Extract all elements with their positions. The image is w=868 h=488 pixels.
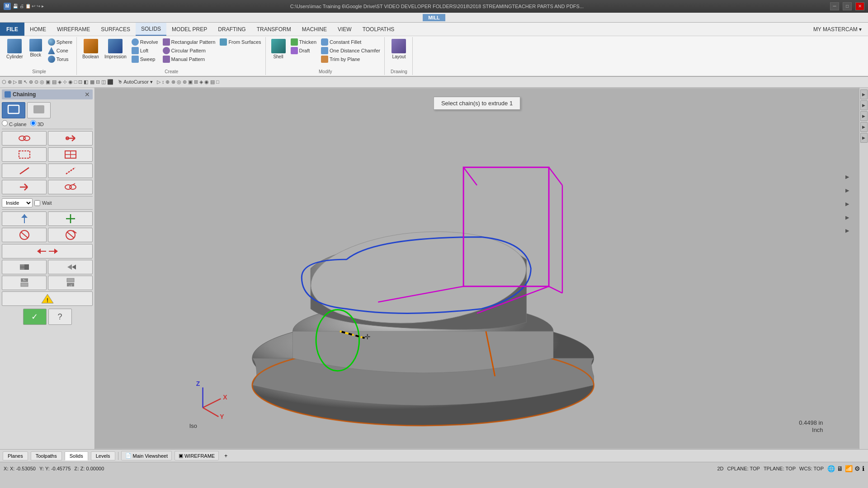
ribbon-btn-impression[interactable]: Impression bbox=[103, 38, 128, 60]
warning-btn[interactable]: ! bbox=[2, 291, 93, 306]
add-btn[interactable] bbox=[48, 211, 93, 226]
ribbon-sub-torus[interactable]: Torus bbox=[47, 55, 74, 63]
ribbon-btn-layout[interactable]: Layout bbox=[390, 38, 408, 60]
ribbon-sub-manual-pattern[interactable]: Manual Pattern bbox=[161, 55, 217, 63]
ribbon-sub-const-fillet[interactable]: Constant Fillet bbox=[320, 38, 382, 46]
reverse-btn[interactable] bbox=[2, 244, 93, 258]
ribbon-sub-rect-pattern[interactable]: Rectangular Pattern bbox=[161, 38, 217, 46]
chain-opt-btn-1[interactable] bbox=[2, 131, 47, 145]
ribbon-sub-from-surfaces[interactable]: From Surfaces bbox=[218, 38, 262, 46]
menu-surfaces[interactable]: SURFACES bbox=[95, 23, 136, 36]
right-btn-4[interactable]: ▶ bbox=[860, 122, 868, 132]
ribbon-sub-circ-pattern[interactable]: Circular Pattern bbox=[161, 47, 217, 55]
ribbon-sub-create3: From Surfaces bbox=[218, 38, 262, 46]
cplane-radio-label[interactable]: C-plane bbox=[2, 120, 27, 127]
svg-text:Y: Y bbox=[220, 413, 224, 420]
create-group-label: Create bbox=[165, 69, 178, 74]
action-grid-2 bbox=[2, 228, 93, 242]
ribbon-btn-shell[interactable]: Shell bbox=[269, 38, 288, 60]
view-tab-main[interactable]: 📄 Main Viewsheet bbox=[121, 451, 172, 460]
window-controls[interactable]: ─ □ ✕ bbox=[830, 2, 864, 10]
boolean-icon bbox=[84, 39, 98, 53]
mastercam-label[interactable]: MY MASTERCAM ▾ bbox=[807, 26, 868, 33]
help-button[interactable]: ? bbox=[48, 309, 72, 325]
autocursor-label: 🖰 AutoCursor ▾ bbox=[118, 79, 153, 85]
ribbon-group-modify-inner: Shell Thicken Draft Constant Fillet bbox=[269, 38, 382, 68]
monitor-icon[interactable]: 🖥 bbox=[837, 465, 843, 472]
info-icon[interactable]: ℹ bbox=[862, 465, 864, 472]
3d-radio-label[interactable]: 3D bbox=[30, 120, 44, 127]
y-value: Y: -0.45775 bbox=[45, 466, 71, 471]
select-all-btn[interactable] bbox=[2, 211, 47, 226]
settings-icon[interactable]: ⚙ bbox=[854, 465, 860, 472]
menu-toolpaths[interactable]: TOOLPATHS bbox=[357, 23, 400, 36]
chain-opt-btn-8[interactable] bbox=[48, 180, 93, 194]
ribbon-btn-cylinder[interactable]: Cylinder bbox=[5, 38, 25, 60]
align-top-btn[interactable]: T⌐ bbox=[2, 276, 47, 290]
close-button[interactable]: ✕ bbox=[855, 2, 864, 10]
right-btn-3[interactable]: ▶ bbox=[860, 111, 868, 121]
menu-file[interactable]: FILE bbox=[0, 23, 24, 36]
menu-modelprep[interactable]: MODEL PREP bbox=[166, 23, 212, 36]
main-area: Chaining ✕ bbox=[0, 88, 868, 449]
menu-view[interactable]: VIEW bbox=[332, 23, 357, 36]
chain-opt-btn-7[interactable] bbox=[2, 180, 47, 194]
chain-opt-btn-2[interactable] bbox=[48, 131, 93, 145]
tab-levels[interactable]: Levels bbox=[91, 451, 115, 460]
maximize-button[interactable]: □ bbox=[843, 2, 852, 10]
ok-button[interactable]: ✓ bbox=[23, 309, 47, 325]
menu-wireframe[interactable]: WIREFRAME bbox=[52, 23, 95, 36]
chain-mode-btn-2[interactable] bbox=[27, 102, 51, 118]
right-btn-1[interactable]: ▶ bbox=[860, 89, 868, 99]
ribbon-sub-revolve[interactable]: Revolve bbox=[130, 38, 160, 46]
tab-planes[interactable]: Planes bbox=[3, 451, 28, 460]
divider-1 bbox=[2, 129, 93, 129]
align-bottom-btn[interactable]: ⌐T bbox=[48, 276, 93, 290]
circ-pattern-icon bbox=[163, 47, 170, 54]
ribbon-btn-block[interactable]: Block bbox=[27, 38, 45, 58]
network-icon[interactable]: 📶 bbox=[845, 465, 853, 472]
menu-machine[interactable]: MACHINE bbox=[297, 23, 332, 36]
tab-toolpaths[interactable]: Toolpaths bbox=[31, 451, 62, 460]
ribbon-sub-draft[interactable]: Draft bbox=[289, 47, 318, 55]
right-btn-5[interactable]: ▶ bbox=[860, 133, 868, 143]
ribbon-sub-loft[interactable]: Loft bbox=[130, 47, 160, 55]
cplane-radio[interactable] bbox=[2, 120, 8, 126]
ribbon-sub-cone[interactable]: Cone bbox=[47, 47, 74, 55]
3d-radio[interactable] bbox=[30, 120, 36, 126]
ribbon-sub-sweep[interactable]: Sweep bbox=[130, 55, 160, 63]
ribbon-sub-chamfer[interactable]: One Distance Chamfer bbox=[320, 47, 382, 55]
cone-small-icon bbox=[48, 47, 55, 54]
move-left-btn[interactable] bbox=[2, 260, 47, 274]
minimize-button[interactable]: ─ bbox=[830, 2, 839, 10]
ribbon-sub-thicken[interactable]: Thicken bbox=[289, 38, 318, 46]
chain-opt-btn-6[interactable] bbox=[48, 164, 93, 178]
manual-pattern-icon bbox=[163, 56, 170, 63]
add-view-btn[interactable]: + bbox=[222, 451, 230, 460]
svg-text:▶: ▶ bbox=[845, 188, 849, 193]
menu-solids[interactable]: SOLIDS bbox=[136, 23, 166, 36]
inside-select[interactable]: Inside Outside bbox=[2, 198, 33, 207]
remove-btn[interactable] bbox=[2, 228, 47, 242]
chain-mode-btn-1[interactable] bbox=[2, 102, 25, 118]
right-btn-2[interactable]: ▶ bbox=[860, 100, 868, 110]
panel-close-button[interactable]: ✕ bbox=[85, 91, 90, 98]
move-right-btn[interactable] bbox=[48, 260, 93, 274]
globe-icon[interactable]: 🌐 bbox=[827, 465, 835, 472]
tab-solids[interactable]: Solids bbox=[65, 451, 88, 460]
ribbon-sub-trim-plane[interactable]: Trim by Plane bbox=[320, 55, 382, 63]
chain-opt-btn-5[interactable] bbox=[2, 164, 47, 178]
menu-drafting[interactable]: DRAFTING bbox=[212, 23, 251, 36]
svg-rect-41 bbox=[67, 278, 74, 282]
ribbon-btn-boolean[interactable]: Boolean bbox=[80, 38, 101, 60]
wait-checkbox[interactable] bbox=[34, 200, 40, 206]
ribbon-sub-sphere[interactable]: Sphere bbox=[47, 38, 74, 46]
remove-all-btn[interactable] bbox=[48, 228, 93, 242]
chain-opt-btn-4[interactable] bbox=[48, 147, 93, 162]
viewport[interactable]: Select chain(s) to extrude 1 bbox=[95, 88, 859, 449]
menu-transform[interactable]: TRANSFORM bbox=[251, 23, 297, 36]
view-tab-wireframe[interactable]: ▣ WIREFRAME bbox=[175, 451, 219, 460]
menu-home[interactable]: HOME bbox=[24, 23, 52, 36]
chain-opt-btn-3[interactable] bbox=[2, 147, 47, 162]
rect-pattern-label: Rectangular Pattern bbox=[171, 39, 216, 45]
